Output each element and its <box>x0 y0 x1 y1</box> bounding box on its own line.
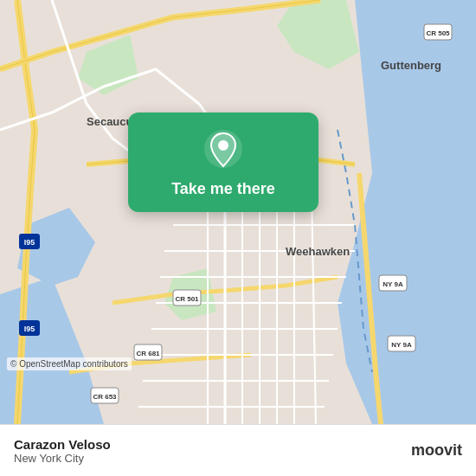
svg-text:CR 681: CR 681 <box>136 350 160 357</box>
svg-text:CR 653: CR 653 <box>93 393 117 401</box>
moovit-brand-text: moovit <box>411 441 462 460</box>
map-container: I95 I95 CR 501 CR 501 CR 505 CR 681 CR 6… <box>0 0 476 424</box>
svg-text:I95: I95 <box>24 238 35 247</box>
svg-text:CR 501: CR 501 <box>175 295 199 303</box>
take-me-there-button[interactable]: Take me there <box>128 113 318 212</box>
svg-text:M: M <box>389 444 399 458</box>
svg-text:I95: I95 <box>24 325 35 333</box>
svg-point-45 <box>218 140 228 151</box>
svg-text:CR 505: CR 505 <box>426 29 450 37</box>
bottom-bar: Carazon Veloso New York City M moovit <box>0 424 476 476</box>
svg-text:Weehawken: Weehawken <box>286 245 350 258</box>
moovit-logo: M moovit <box>380 437 462 465</box>
map-attribution: © OpenStreetMap contributors <box>7 357 132 370</box>
svg-text:NY 9A: NY 9A <box>391 341 412 349</box>
location-info: Carazon Veloso New York City <box>14 437 111 465</box>
moovit-icon: M <box>380 437 408 465</box>
svg-text:NY 9A: NY 9A <box>383 280 403 288</box>
take-me-there-label: Take me there <box>171 180 275 198</box>
location-pin-icon <box>203 128 244 170</box>
location-name: Carazon Veloso <box>14 437 111 452</box>
location-city: New York City <box>14 452 111 465</box>
svg-text:Guttenberg: Guttenberg <box>381 59 441 72</box>
